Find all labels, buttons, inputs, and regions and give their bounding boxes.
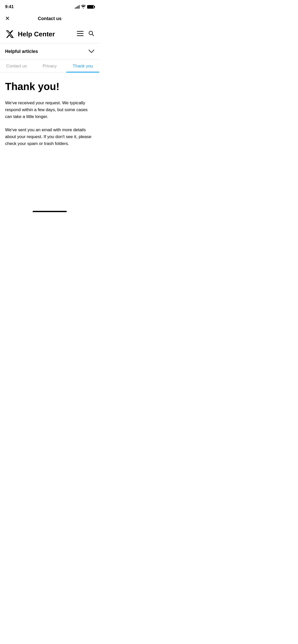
home-bar <box>33 211 67 212</box>
tab-contact-us[interactable]: Contact us <box>0 60 33 72</box>
header-action-icons <box>77 30 94 38</box>
tab-thank-you[interactable]: Thank you <box>66 60 99 72</box>
body-paragraph-2: We've sent you an email with more detail… <box>5 126 94 147</box>
help-center-title: Help Center <box>18 30 55 38</box>
main-content: Thank you! We've received your request. … <box>0 72 99 163</box>
tab-privacy[interactable]: Privacy <box>33 60 66 72</box>
helpful-articles-row[interactable]: Helpful articles <box>0 43 99 59</box>
svg-line-4 <box>92 34 94 36</box>
nav-bar: ✕ Contact us <box>0 12 99 25</box>
help-logo: Help Center <box>5 30 55 39</box>
home-indicator <box>0 209 99 215</box>
status-bar: 9:41 <box>0 0 99 12</box>
help-header: Help Center <box>0 25 99 43</box>
signal-icon <box>75 5 79 9</box>
close-button[interactable]: ✕ <box>5 16 10 21</box>
thank-you-heading: Thank you! <box>5 81 94 92</box>
status-time: 9:41 <box>5 4 14 9</box>
nav-title: Contact us <box>38 16 61 21</box>
search-icon[interactable] <box>88 30 94 38</box>
body-paragraph-1: We've received your request. We typicall… <box>5 99 94 120</box>
svg-rect-0 <box>77 31 84 32</box>
chevron-down-icon <box>89 48 94 55</box>
x-logo-icon <box>5 30 14 39</box>
svg-rect-2 <box>77 35 84 36</box>
menu-icon[interactable] <box>77 31 84 38</box>
wifi-icon <box>81 5 86 9</box>
helpful-articles-label: Helpful articles <box>5 49 38 54</box>
svg-rect-1 <box>77 33 84 34</box>
battery-icon <box>87 5 94 9</box>
tab-bar: Contact us Privacy Thank you <box>0 60 99 72</box>
status-icons <box>75 5 94 9</box>
